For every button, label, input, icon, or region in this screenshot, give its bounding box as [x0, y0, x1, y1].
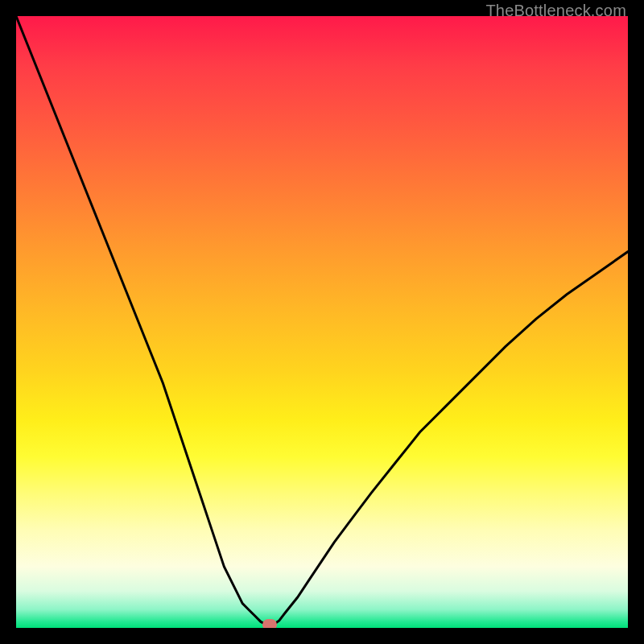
optimal-point-marker [262, 619, 277, 628]
chart-frame: TheBottleneck.com [0, 0, 644, 644]
bottleneck-curve [16, 16, 628, 628]
plot-area [16, 16, 628, 628]
watermark-label: TheBottleneck.com [485, 2, 626, 20]
